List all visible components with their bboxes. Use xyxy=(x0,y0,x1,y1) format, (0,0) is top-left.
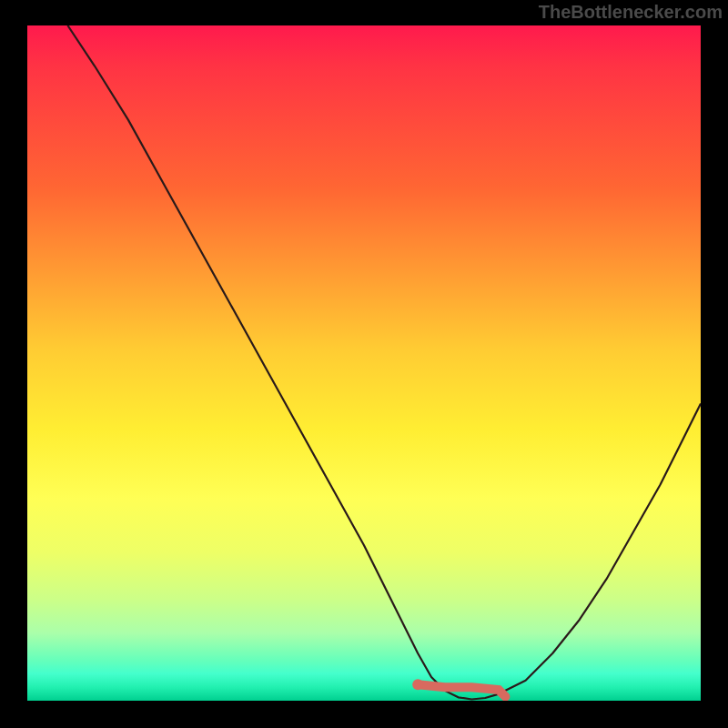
chart-svg xyxy=(27,25,701,701)
attribution-label: TheBottlenecker.com xyxy=(539,2,723,23)
bottleneck-curve xyxy=(67,25,701,700)
plot-area xyxy=(27,25,701,701)
chart-frame: TheBottlenecker.com xyxy=(0,0,728,728)
highlight-start-dot xyxy=(412,679,423,690)
